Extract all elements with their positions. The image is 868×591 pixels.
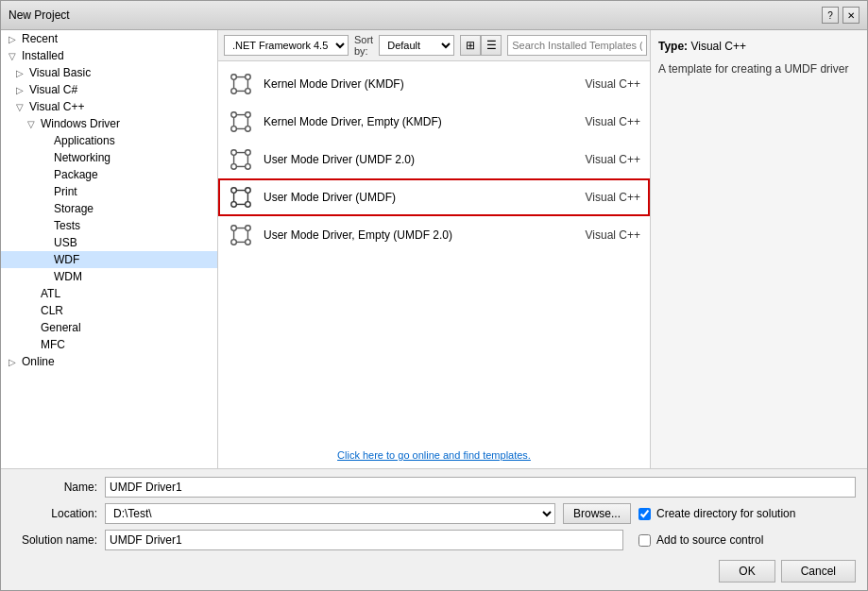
name-input[interactable] xyxy=(105,477,856,498)
tree-label-print: Print xyxy=(54,185,77,198)
tree-item-package[interactable]: Package xyxy=(1,166,217,183)
tree-item-installed[interactable]: ▽ Installed xyxy=(1,47,217,64)
tree-item-clr[interactable]: CLR xyxy=(1,302,217,319)
dialog-title: New Project xyxy=(9,8,70,22)
svg-point-25 xyxy=(246,188,251,194)
tree-item-usb[interactable]: USB xyxy=(1,234,217,251)
tree-item-storage[interactable]: Storage xyxy=(1,200,217,217)
name-row: Name: xyxy=(12,477,856,498)
online-link[interactable]: Click here to go online and find templat… xyxy=(218,442,650,468)
toggle-vb: ▷ xyxy=(16,68,26,78)
solution-label: Solution name: xyxy=(12,533,97,547)
create-dir-row: Create directory for solution xyxy=(638,507,856,520)
right-panel: Type: Visual C++ A template for creating… xyxy=(650,30,867,468)
tree-item-online[interactable]: ▷ Online xyxy=(1,353,217,370)
solution-row: Solution name: Add to source control xyxy=(12,530,856,550)
tree-item-tests[interactable]: Tests xyxy=(1,217,217,234)
tree-item-general[interactable]: General xyxy=(1,319,217,336)
tree-item-wdf[interactable]: WDF xyxy=(1,251,217,268)
svg-point-17 xyxy=(246,150,251,156)
tree-label-wdf: WDF xyxy=(54,253,79,266)
template-name-umdf-empty: User Mode Driver, Empty (UMDF 2.0) xyxy=(264,228,565,242)
tree-item-atl[interactable]: ATL xyxy=(1,285,217,302)
tree-scroll[interactable]: ▷ Recent ▽ Installed ▷ Visual Basic ▷ xyxy=(1,30,217,468)
toggle-general xyxy=(27,323,37,333)
svg-point-33 xyxy=(246,226,251,231)
template-item-umdf-empty[interactable]: User Mode Driver, Empty (UMDF 2.0) Visua… xyxy=(218,216,650,254)
template-name-umdf2: User Mode Driver (UMDF 2.0) xyxy=(264,153,565,166)
tree-item-recent[interactable]: ▷ Recent xyxy=(1,30,217,47)
tree-item-mfc[interactable]: MFC xyxy=(1,336,217,353)
type-label: Type: xyxy=(658,40,688,53)
sortby-label: Sort by: xyxy=(354,34,373,57)
view-list-button[interactable]: ☰ xyxy=(481,35,502,56)
tree-label-mfc: MFC xyxy=(41,338,65,351)
svg-point-11 xyxy=(246,127,251,132)
svg-point-10 xyxy=(231,127,237,132)
type-line: Type: Visual C++ xyxy=(658,40,859,53)
bottom-section: Name: Location: D:\Test\ Browse... Creat… xyxy=(1,468,867,590)
browse-button[interactable]: Browse... xyxy=(563,503,631,524)
tree-item-cs[interactable]: ▷ Visual C# xyxy=(1,81,217,98)
center-panel: .NET Framework 4.5 Sort by: Default ⊞ ☰ xyxy=(218,30,650,468)
location-label: Location: xyxy=(12,507,97,520)
tree-item-wdm[interactable]: WDM xyxy=(1,268,217,285)
svg-point-8 xyxy=(231,112,237,118)
toggle-cs: ▷ xyxy=(16,85,26,95)
tree-label-networking: Networking xyxy=(54,151,111,164)
close-button[interactable]: ✕ xyxy=(842,7,859,24)
toggle-cpp: ▽ xyxy=(16,102,26,112)
template-item-umdf2[interactable]: User Mode Driver (UMDF 2.0) Visual C++ xyxy=(218,141,650,178)
view-grid-button[interactable]: ⊞ xyxy=(460,35,481,56)
title-bar-buttons: ? ✕ xyxy=(822,7,859,24)
framework-select[interactable]: .NET Framework 4.5 xyxy=(224,35,349,56)
create-dir-checkbox[interactable] xyxy=(638,508,651,520)
template-list: Kernel Mode Driver (KMDF) Visual C++ xyxy=(218,61,650,442)
location-select[interactable]: D:\Test\ xyxy=(105,503,555,524)
tree-item-wd[interactable]: ▽ Windows Driver xyxy=(1,115,217,132)
tree-item-vb[interactable]: ▷ Visual Basic xyxy=(1,64,217,81)
solution-input[interactable] xyxy=(105,530,623,550)
left-panel: ▷ Recent ▽ Installed ▷ Visual Basic ▷ xyxy=(1,30,218,468)
tree-label-usb: USB xyxy=(54,236,77,249)
driver-icon-kmdf xyxy=(228,71,254,97)
svg-point-27 xyxy=(246,202,251,208)
template-name-kmdf-empty: Kernel Mode Driver, Empty (KMDF) xyxy=(264,115,565,128)
toggle-clr xyxy=(27,306,37,316)
action-buttons: OK Cancel xyxy=(12,560,856,583)
tree-item-networking[interactable]: Networking xyxy=(1,149,217,166)
source-control-checkbox[interactable] xyxy=(638,534,651,547)
toggle-wdf xyxy=(41,255,50,265)
template-lang-umdf: Visual C++ xyxy=(574,191,640,204)
toggle-atl xyxy=(27,289,37,299)
tree-item-apps[interactable]: Applications xyxy=(1,132,217,149)
driver-icon-umdf xyxy=(228,184,254,211)
template-name-kmdf: Kernel Mode Driver (KMDF) xyxy=(264,77,565,91)
toolbar-center: .NET Framework 4.5 Sort by: Default ⊞ ☰ xyxy=(218,30,650,61)
toggle-online: ▷ xyxy=(9,357,18,367)
toggle-usb xyxy=(41,238,50,248)
tree-label-tests: Tests xyxy=(54,219,80,232)
help-button[interactable]: ? xyxy=(822,7,839,24)
ok-button[interactable]: OK xyxy=(719,560,774,583)
search-input[interactable] xyxy=(507,35,647,56)
sort-select[interactable]: Default xyxy=(379,35,454,56)
tree-item-print[interactable]: Print xyxy=(1,183,217,200)
tree-label-wdm: WDM xyxy=(54,270,82,283)
svg-point-19 xyxy=(246,164,251,170)
tree-label-installed: Installed xyxy=(22,49,64,62)
tree-item-cpp[interactable]: ▽ Visual C++ xyxy=(1,98,217,115)
svg-point-1 xyxy=(246,75,251,80)
cancel-button[interactable]: Cancel xyxy=(781,560,856,583)
toggle-package xyxy=(41,170,50,180)
template-item-umdf[interactable]: User Mode Driver (UMDF) Visual C++ xyxy=(218,178,650,216)
template-item-kmdf-empty[interactable]: Kernel Mode Driver, Empty (KMDF) Visual … xyxy=(218,103,650,141)
template-lang-kmdf: Visual C++ xyxy=(574,77,640,91)
svg-point-9 xyxy=(246,112,251,118)
template-item-kmdf[interactable]: Kernel Mode Driver (KMDF) Visual C++ xyxy=(218,65,650,103)
toggle-mfc xyxy=(27,340,37,350)
template-lang-umdf-empty: Visual C++ xyxy=(574,228,640,242)
tree-label-cs: Visual C# xyxy=(29,83,77,96)
tree-label-online: Online xyxy=(22,355,55,368)
toggle-wd: ▽ xyxy=(27,119,37,129)
